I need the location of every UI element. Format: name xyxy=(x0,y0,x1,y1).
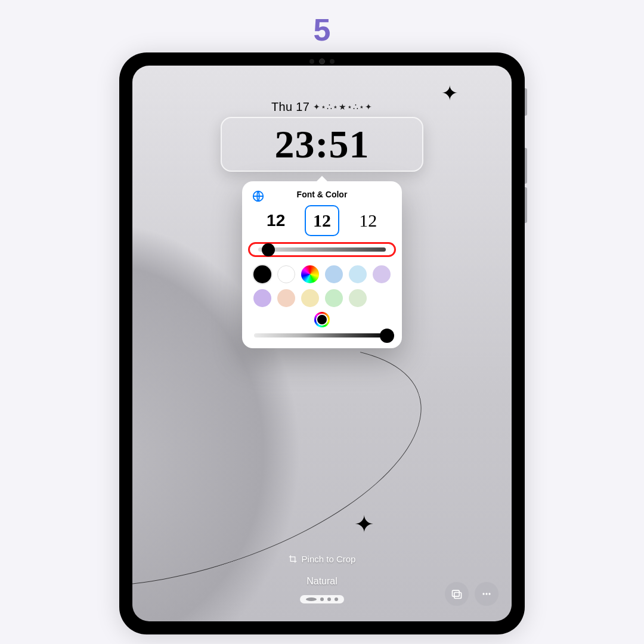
ipad-top-button xyxy=(525,88,527,116)
page-dot[interactable] xyxy=(320,597,324,601)
popover-title: Font & Color xyxy=(297,190,348,199)
depth-mode-label[interactable]: Natural xyxy=(306,576,338,587)
svg-rect-1 xyxy=(453,590,460,596)
lock-screen: ✦ ✦ Thu 17 ✦⋆∴⋆★⋆∴⋆✦ 23:51 Font & Color … xyxy=(132,66,512,621)
weight-slider-highlight xyxy=(248,242,396,257)
swatch-mint[interactable] xyxy=(325,289,343,307)
vibrance-slider[interactable] xyxy=(254,333,390,338)
weight-slider-knob[interactable] xyxy=(262,243,275,256)
weight-slider[interactable] xyxy=(258,247,386,252)
more-button[interactable] xyxy=(475,582,499,606)
swatch-black[interactable] xyxy=(253,265,271,283)
step-number: 5 xyxy=(314,12,331,48)
font-color-popover: Font & Color 12 12 12 xyxy=(242,181,402,348)
swatch-white[interactable] xyxy=(277,265,295,283)
svg-point-5 xyxy=(488,593,490,595)
page-dot[interactable] xyxy=(327,597,331,601)
clock-selection-box[interactable]: 23:51 xyxy=(221,117,423,172)
custom-color-picker[interactable] xyxy=(314,312,330,327)
swatch-blue[interactable] xyxy=(325,265,343,283)
photos-button[interactable] xyxy=(445,582,469,606)
svg-point-4 xyxy=(485,593,487,595)
ipad-frame: ✦ ✦ Thu 17 ✦⋆∴⋆★⋆∴⋆✦ 23:51 Font & Color … xyxy=(119,52,525,634)
hint-text: Pinch to Crop xyxy=(302,554,356,564)
date-decoration: ✦⋆∴⋆★⋆∴⋆✦ xyxy=(313,102,373,112)
lockscreen-date: Thu 17 ✦⋆∴⋆★⋆∴⋆✦ xyxy=(271,100,373,114)
crop-icon xyxy=(289,555,298,564)
ipad-notch xyxy=(295,58,349,64)
swatch-rainbow[interactable] xyxy=(301,265,319,283)
swatch-yellow[interactable] xyxy=(301,289,319,307)
swatch-lilac[interactable] xyxy=(373,265,391,283)
page-dot[interactable] xyxy=(306,597,317,601)
font-option-2[interactable]: 12 xyxy=(351,205,385,236)
color-swatch-grid xyxy=(252,265,392,307)
page-dot[interactable] xyxy=(335,597,338,601)
swatch-sage[interactable] xyxy=(349,289,367,307)
font-option-0[interactable]: 12 xyxy=(259,205,293,236)
page-indicator[interactable] xyxy=(300,595,344,603)
svg-point-3 xyxy=(482,593,484,595)
sparkle-icon: ✦ xyxy=(354,510,374,538)
sparkle-icon: ✦ xyxy=(441,81,458,105)
svg-rect-2 xyxy=(454,593,462,599)
vibrance-slider-knob[interactable] xyxy=(380,329,394,343)
ipad-volume-up xyxy=(525,148,527,184)
ellipsis-icon xyxy=(481,588,493,600)
photos-icon xyxy=(451,588,463,600)
date-text: Thu 17 xyxy=(271,100,309,113)
swatch-purple[interactable] xyxy=(253,289,271,307)
clock-time: 23:51 xyxy=(275,122,370,167)
font-option-1[interactable]: 12 xyxy=(305,205,339,236)
swatch-peach[interactable] xyxy=(277,289,295,307)
pinch-to-crop-hint: Pinch to Crop xyxy=(289,554,356,564)
ipad-volume-down xyxy=(525,187,527,223)
font-style-row: 12 12 12 xyxy=(253,205,391,236)
swatch-sky[interactable] xyxy=(349,265,367,283)
globe-icon[interactable] xyxy=(252,190,265,203)
